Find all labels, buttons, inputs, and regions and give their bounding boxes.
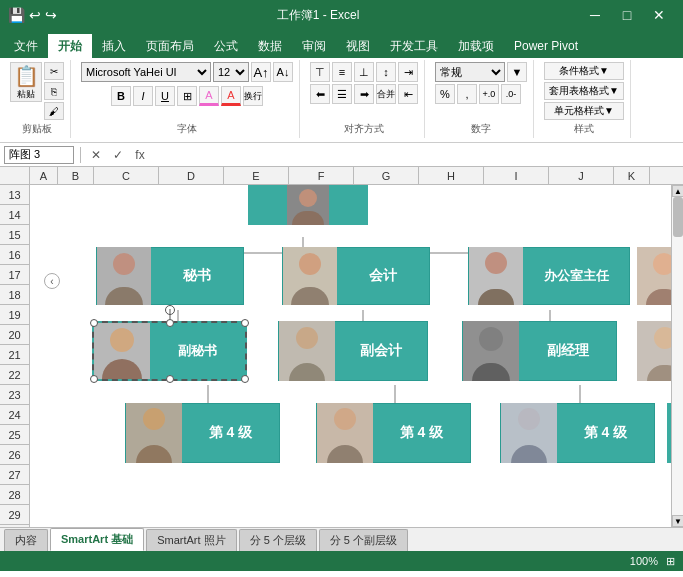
cell-style-btn[interactable]: 单元格样式▼ bbox=[544, 102, 624, 120]
smartart-chart-area[interactable]: ‹ 秘书 bbox=[30, 185, 671, 527]
row-header-14[interactable]: 14 bbox=[0, 205, 29, 225]
decrease-decimal-btn[interactable]: .0- bbox=[501, 84, 521, 104]
undo-quick-btn[interactable]: ↩ bbox=[29, 7, 41, 23]
save-quick-btn[interactable]: 💾 bbox=[8, 7, 25, 23]
increase-decimal-btn[interactable]: +.0 bbox=[479, 84, 499, 104]
formula-input[interactable] bbox=[153, 148, 679, 162]
redo-quick-btn[interactable]: ↪ bbox=[45, 7, 57, 23]
underline-button[interactable]: U bbox=[155, 86, 175, 106]
col-header-b[interactable]: B bbox=[58, 167, 94, 184]
col-header-k[interactable]: K bbox=[614, 167, 650, 184]
row-header-21[interactable]: 21 bbox=[0, 345, 29, 365]
org-box-accountant[interactable]: 会计 bbox=[282, 247, 430, 305]
col-header-j[interactable]: J bbox=[549, 167, 614, 184]
row-header-27[interactable]: 27 bbox=[0, 465, 29, 485]
scroll-up-btn[interactable]: ▲ bbox=[672, 185, 683, 197]
tab-data[interactable]: 数据 bbox=[248, 34, 292, 58]
row-header-24[interactable]: 24 bbox=[0, 405, 29, 425]
org-box-right-2[interactable] bbox=[637, 321, 671, 381]
bold-button[interactable]: B bbox=[111, 86, 131, 106]
row-header-26[interactable]: 26 bbox=[0, 445, 29, 465]
font-increase-btn[interactable]: A↑ bbox=[251, 62, 271, 82]
row-header-18[interactable]: 18 bbox=[0, 285, 29, 305]
row-header-19[interactable]: 19 bbox=[0, 305, 29, 325]
scroll-thumb[interactable] bbox=[673, 197, 683, 237]
align-center-btn[interactable]: ☰ bbox=[332, 84, 352, 104]
row-header-25[interactable]: 25 bbox=[0, 425, 29, 445]
cell-ref-input[interactable] bbox=[4, 146, 74, 164]
org-box-right-1[interactable] bbox=[637, 247, 671, 305]
org-box-top[interactable] bbox=[248, 185, 368, 225]
align-bottom-btn[interactable]: ⊥ bbox=[354, 62, 374, 82]
tab-file[interactable]: 文件 bbox=[4, 34, 48, 58]
vertical-scrollbar[interactable]: ▲ ▼ bbox=[671, 185, 683, 527]
number-format-btn[interactable]: ▼ bbox=[507, 62, 527, 82]
insert-function-btn[interactable]: fx bbox=[131, 146, 149, 164]
row-header-15[interactable]: 15 bbox=[0, 225, 29, 245]
col-header-c[interactable]: C bbox=[94, 167, 159, 184]
col-header-d[interactable]: D bbox=[159, 167, 224, 184]
format-painter-button[interactable]: 🖌 bbox=[44, 102, 64, 120]
maximize-btn[interactable]: □ bbox=[611, 5, 643, 25]
cut-button[interactable]: ✂ bbox=[44, 62, 64, 80]
confirm-formula-btn[interactable]: ✓ bbox=[109, 146, 127, 164]
sheet-tab-smartart-photo[interactable]: SmartArt 照片 bbox=[146, 529, 236, 551]
comma-btn[interactable]: , bbox=[457, 84, 477, 104]
row-header-29[interactable]: 29 bbox=[0, 505, 29, 525]
row-header-22[interactable]: 22 bbox=[0, 365, 29, 385]
scroll-down-btn[interactable]: ▼ bbox=[672, 515, 683, 527]
tab-home[interactable]: 开始 bbox=[48, 34, 92, 58]
close-btn[interactable]: ✕ bbox=[643, 5, 675, 25]
sheet-tab-5-sublevel[interactable]: 分 5 个副层级 bbox=[319, 529, 408, 551]
conditional-format-btn[interactable]: 条件格式▼ bbox=[544, 62, 624, 80]
org-box-vice-secretary[interactable]: 副秘书 bbox=[92, 321, 247, 381]
org-box-vice-accountant[interactable]: 副会计 bbox=[278, 321, 428, 381]
font-size-select[interactable]: 12 bbox=[213, 62, 249, 82]
indent-increase-btn[interactable]: ⇥ bbox=[398, 62, 418, 82]
collapse-row-btn[interactable]: ‹ bbox=[44, 273, 60, 289]
text-wrap-button[interactable]: 换行 bbox=[243, 86, 263, 106]
merge-center-btn[interactable]: 合并 bbox=[376, 84, 396, 104]
org-box-level4-c[interactable]: 第 4 级 bbox=[500, 403, 655, 463]
sheet-tab-5-levels[interactable]: 分 5 个层级 bbox=[239, 529, 317, 551]
font-name-select[interactable]: Microsoft YaHei UI bbox=[81, 62, 211, 82]
org-box-right-3[interactable] bbox=[667, 403, 671, 463]
tab-insert[interactable]: 插入 bbox=[92, 34, 136, 58]
row-header-13[interactable]: 13 bbox=[0, 185, 29, 205]
number-format-select[interactable]: 常规 bbox=[435, 62, 505, 82]
col-header-a[interactable]: A bbox=[30, 167, 58, 184]
font-color-button[interactable]: A bbox=[221, 86, 241, 106]
minimize-btn[interactable]: ─ bbox=[579, 5, 611, 25]
col-header-f[interactable]: F bbox=[289, 167, 354, 184]
org-box-vice-manager[interactable]: 副经理 bbox=[462, 321, 617, 381]
italic-button[interactable]: I bbox=[133, 86, 153, 106]
org-box-level4-a[interactable]: 第 4 级 bbox=[125, 403, 280, 463]
paste-button[interactable]: 📋 粘贴 bbox=[10, 62, 42, 102]
row-header-30[interactable]: 30 bbox=[0, 525, 29, 527]
col-header-e[interactable]: E bbox=[224, 167, 289, 184]
align-middle-btn[interactable]: ≡ bbox=[332, 62, 352, 82]
cancel-formula-btn[interactable]: ✕ bbox=[87, 146, 105, 164]
align-right-btn[interactable]: ➡ bbox=[354, 84, 374, 104]
row-header-17[interactable]: 17 bbox=[0, 265, 29, 285]
col-header-g[interactable]: G bbox=[354, 167, 419, 184]
row-header-16[interactable]: 16 bbox=[0, 245, 29, 265]
tab-power-pivot[interactable]: Power Pivot bbox=[504, 34, 588, 58]
tab-formula[interactable]: 公式 bbox=[204, 34, 248, 58]
tab-page-layout[interactable]: 页面布局 bbox=[136, 34, 204, 58]
row-header-20[interactable]: 20 bbox=[0, 325, 29, 345]
tab-review[interactable]: 审阅 bbox=[292, 34, 336, 58]
text-direction-btn[interactable]: ↕ bbox=[376, 62, 396, 82]
align-left-btn[interactable]: ⬅ bbox=[310, 84, 330, 104]
col-header-h[interactable]: H bbox=[419, 167, 484, 184]
sheet-tab-content[interactable]: 内容 bbox=[4, 529, 48, 551]
tab-developer[interactable]: 开发工具 bbox=[380, 34, 448, 58]
tab-addins[interactable]: 加载项 bbox=[448, 34, 504, 58]
org-box-secretary[interactable]: 秘书 bbox=[96, 247, 244, 305]
tab-view[interactable]: 视图 bbox=[336, 34, 380, 58]
row-header-23[interactable]: 23 bbox=[0, 385, 29, 405]
row-header-28[interactable]: 28 bbox=[0, 485, 29, 505]
table-style-btn[interactable]: 套用表格格式▼ bbox=[544, 82, 624, 100]
org-box-level4-b[interactable]: 第 4 级 bbox=[316, 403, 471, 463]
org-box-office-head[interactable]: 办公室主任 bbox=[468, 247, 630, 305]
